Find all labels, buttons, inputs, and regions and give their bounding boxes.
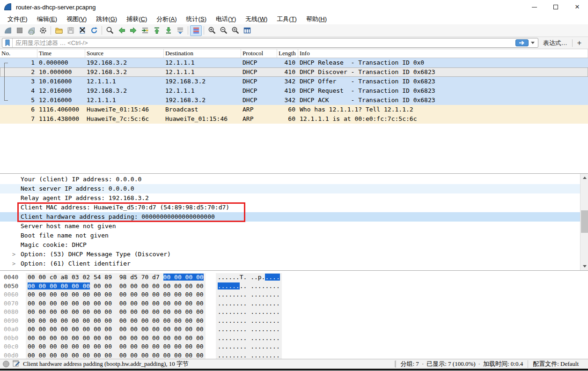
menu-a[interactable]: 分析(A) bbox=[152, 14, 181, 24]
maximize-button[interactable] bbox=[545, 0, 566, 14]
hex-row[interactable]: 00d000 00 00 00 00 00 00 00 00 00 00 00 … bbox=[0, 351, 588, 359]
reload-file-button[interactable] bbox=[88, 25, 100, 36]
detail-line[interactable]: Client MAC address: HuaweiTe_d5:70:d7 (5… bbox=[0, 203, 588, 212]
detail-line[interactable]: Boot file name not given bbox=[0, 231, 588, 240]
expert-info-icon[interactable] bbox=[3, 361, 9, 367]
menu-s[interactable]: 统计(S) bbox=[182, 14, 211, 24]
packet-protocol: ARP bbox=[241, 114, 277, 124]
packet-row[interactable]: 10.000000192.168.3.212.1.1.1DHCP410DHCP … bbox=[0, 58, 588, 67]
detail-line-text: Next server IP address: 0.0.0.0 bbox=[21, 185, 134, 192]
detail-scrollbar[interactable] bbox=[580, 174, 588, 270]
hex-row[interactable]: 006000 00 00 00 00 00 00 00 00 00 00 00 … bbox=[0, 290, 588, 299]
add-filter-button[interactable]: + bbox=[573, 39, 586, 47]
zoom-reset-button[interactable] bbox=[229, 25, 241, 36]
zoom-out-button[interactable] bbox=[218, 25, 229, 36]
menu-e[interactable]: 编辑(E) bbox=[32, 14, 62, 24]
hex-bytes: 00 00 00 00 00 00 00 00 00 00 00 00 00 0… bbox=[26, 334, 206, 343]
detail-line[interactable]: Client hardware address padding: 0000000… bbox=[0, 212, 588, 222]
detail-line[interactable]: Relay agent IP address: 192.168.3.2 bbox=[0, 193, 588, 203]
column-header-protocol[interactable]: Protocol bbox=[241, 49, 277, 58]
hex-row[interactable]: 00c000 00 00 00 00 00 00 00 00 00 00 00 … bbox=[0, 342, 588, 351]
toolbar-separator bbox=[204, 26, 204, 35]
scroll-up-button[interactable] bbox=[581, 174, 588, 182]
filter-dropdown-button[interactable] bbox=[529, 42, 536, 44]
display-filter-input[interactable] bbox=[13, 39, 515, 46]
detail-line[interactable]: Next server IP address: 0.0.0.0 bbox=[0, 184, 588, 193]
find-packet-button[interactable] bbox=[104, 25, 116, 36]
capture-comment-icon[interactable] bbox=[13, 360, 20, 369]
menu-c[interactable]: 捕获(C) bbox=[122, 14, 152, 24]
profile-status[interactable]: 配置文件: Default bbox=[528, 360, 583, 368]
hex-row[interactable]: 005000 00 00 00 00 00 00 00 00 00 00 00 … bbox=[0, 282, 588, 291]
auto-scroll-button[interactable] bbox=[174, 25, 186, 36]
close-file-icon bbox=[78, 26, 87, 35]
packet-row[interactable]: 61116.406000HuaweiTe_01:15:46BroadcastAR… bbox=[0, 105, 588, 114]
save-file-button[interactable] bbox=[65, 25, 76, 36]
go-to-packet-button[interactable] bbox=[139, 25, 151, 36]
column-header-no[interactable]: No. bbox=[0, 49, 37, 58]
hex-row[interactable]: 007000 00 00 00 00 00 00 00 00 00 00 00 … bbox=[0, 299, 588, 308]
column-header-destination[interactable]: Destination bbox=[164, 49, 241, 58]
scrollbar-thumb[interactable] bbox=[581, 210, 588, 233]
hex-offset: 00d0 bbox=[0, 351, 22, 359]
filter-bookmark-button[interactable] bbox=[2, 38, 13, 47]
detail-line[interactable]: Magic cookie: DHCP bbox=[0, 240, 588, 250]
packet-length: 342 bbox=[277, 77, 298, 86]
packet-detail-pane: Your (client) IP address: 0.0.0.0Next se… bbox=[0, 174, 588, 271]
capture-options-button[interactable] bbox=[37, 25, 49, 36]
detail-line[interactable]: >Option: (61) Client identifier bbox=[0, 259, 588, 268]
stop-capture-button[interactable] bbox=[14, 25, 25, 36]
zoom-in-button[interactable] bbox=[206, 25, 218, 36]
go-to-packet-icon bbox=[141, 26, 149, 35]
colorize-button[interactable] bbox=[190, 25, 202, 36]
open-file-icon bbox=[55, 26, 63, 35]
menu-v[interactable]: 视图(V) bbox=[62, 14, 91, 24]
detail-line[interactable]: Your (client) IP address: 0.0.0.0 bbox=[0, 175, 588, 184]
hex-ascii: ......T. ..p..... bbox=[216, 273, 282, 282]
status-separator-dot: · bbox=[422, 360, 424, 368]
menu-w[interactable]: 无线(W) bbox=[241, 14, 272, 24]
menu-h[interactable]: 帮助(H) bbox=[301, 14, 331, 24]
packet-row[interactable]: 412.016000192.168.3.212.1.1.1DHCP410DHCP… bbox=[0, 86, 588, 96]
hex-row[interactable]: 009000 00 00 00 00 00 00 00 00 00 00 00 … bbox=[0, 317, 588, 326]
packet-row[interactable]: 512.01600012.1.1.1192.168.3.2DHCP342DHCP… bbox=[0, 96, 588, 105]
go-to-first-button[interactable] bbox=[151, 25, 162, 36]
menu-f[interactable]: 文件(F) bbox=[3, 14, 32, 24]
packet-row[interactable]: 310.01600012.1.1.1192.168.3.2DHCP342DHCP… bbox=[0, 77, 588, 86]
go-forward-button[interactable] bbox=[127, 25, 139, 36]
menu-y[interactable]: 电话(Y) bbox=[211, 14, 241, 24]
display-filter-field[interactable] bbox=[2, 38, 538, 48]
column-header-info[interactable]: Info bbox=[298, 49, 588, 58]
expander-icon[interactable]: > bbox=[12, 250, 15, 259]
detail-tree: Your (client) IP address: 0.0.0.0Next se… bbox=[0, 174, 588, 268]
expander-icon[interactable]: > bbox=[12, 259, 15, 268]
detail-line[interactable]: >Option: (53) DHCP Message Type (Discove… bbox=[0, 250, 588, 259]
restart-capture-button[interactable] bbox=[25, 25, 37, 36]
column-header-source[interactable]: Source bbox=[85, 49, 164, 58]
menu-t[interactable]: 工具(T) bbox=[272, 14, 301, 24]
packet-source: HuaweiTe_01:15:46 bbox=[85, 105, 164, 114]
detail-line-text: Option: (53) DHCP Message Type (Discover… bbox=[21, 251, 171, 258]
hex-row[interactable]: 008000 00 00 00 00 00 00 00 00 00 00 00 … bbox=[0, 308, 588, 317]
go-to-last-button[interactable] bbox=[162, 25, 174, 36]
hex-row[interactable]: 00a000 00 00 00 00 00 00 00 00 00 00 00 … bbox=[0, 325, 588, 334]
menu-g[interactable]: 跳转(G) bbox=[91, 14, 122, 24]
packet-row[interactable]: 210.000000192.168.3.212.1.1.1DHCP410DHCP… bbox=[0, 67, 588, 77]
hex-offset: 0080 bbox=[0, 308, 22, 317]
packet-row[interactable]: 71116.438000HuaweiTe_7c:5c:6cHuaweiTe_01… bbox=[0, 114, 588, 124]
hex-row[interactable]: 004000 00 c0 a8 03 02 54 89 98 d5 70 d7 … bbox=[0, 273, 588, 282]
close-file-button[interactable] bbox=[76, 25, 88, 36]
resize-columns-button[interactable] bbox=[241, 25, 253, 36]
expression-button[interactable]: 表达式… bbox=[538, 39, 572, 47]
open-file-button[interactable] bbox=[53, 25, 65, 36]
hex-row[interactable]: 00b000 00 00 00 00 00 00 00 00 00 00 00 … bbox=[0, 334, 588, 343]
column-header-time[interactable]: Time bbox=[37, 49, 85, 58]
detail-line[interactable]: Server host name not given bbox=[0, 222, 588, 231]
start-capture-button[interactable] bbox=[2, 25, 14, 36]
column-header-length[interactable]: Length bbox=[277, 49, 298, 58]
go-back-button[interactable] bbox=[116, 25, 127, 36]
close-button[interactable]: × bbox=[566, 0, 588, 14]
scroll-down-button[interactable] bbox=[581, 262, 588, 270]
minimize-button[interactable] bbox=[523, 0, 545, 14]
apply-filter-button[interactable] bbox=[515, 39, 529, 46]
